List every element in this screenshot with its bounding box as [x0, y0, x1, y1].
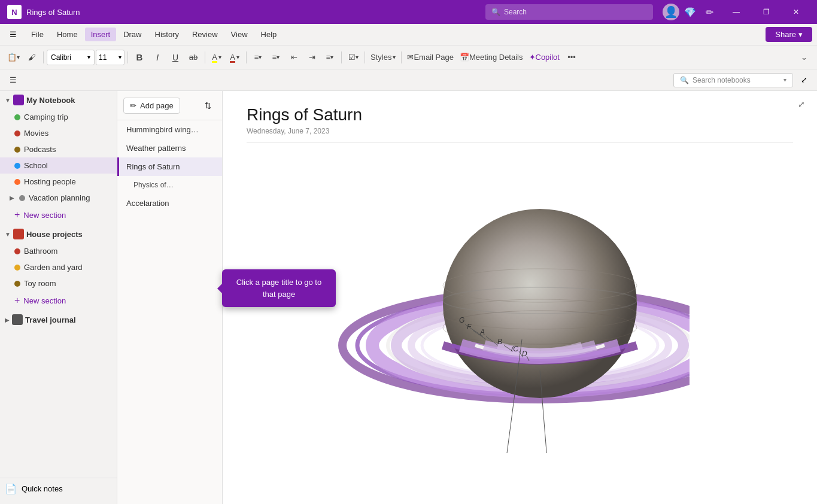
- section-dot-movies: [14, 130, 20, 136]
- toolbar-separator-6: [365, 51, 365, 63]
- underline-button[interactable]: U: [167, 49, 184, 66]
- sidebar-item-garden[interactable]: Garden and yard: [0, 259, 117, 275]
- quick-notes-icon: 📄: [5, 483, 17, 494]
- sidebar-item-school[interactable]: School: [0, 157, 117, 174]
- maximize-button[interactable]: ❐: [752, 0, 780, 24]
- section-dot-camping: [14, 114, 20, 120]
- menu-view[interactable]: View: [225, 28, 254, 41]
- main-area: ▼ My Notebook Camping trip Movies Podcas…: [0, 91, 817, 504]
- calendar-icon: 📅: [460, 53, 469, 62]
- search-icon: 🔍: [491, 8, 500, 16]
- format-painter-icon: 🖌: [28, 53, 36, 62]
- italic-button[interactable]: I: [149, 49, 166, 66]
- font-color-button[interactable]: A ▾: [226, 49, 243, 66]
- increase-indent-button[interactable]: ⇥: [303, 49, 320, 66]
- notebook-icon-my-notebook: [13, 95, 24, 105]
- menu-help[interactable]: Help: [255, 28, 283, 41]
- email-icon: ✉: [407, 53, 414, 62]
- notebook-icon-travel-journal: [12, 314, 23, 325]
- notebook-icon-house-projects: [13, 229, 24, 239]
- sidebar-item-podcasts[interactable]: Podcasts: [0, 141, 117, 157]
- notebook-header-house-projects[interactable]: ▼ House projects: [0, 225, 117, 243]
- svg-text:D: D: [522, 350, 527, 358]
- minimize-button[interactable]: —: [722, 0, 750, 24]
- chevron-icon-travel-journal: ▶: [5, 317, 10, 323]
- task-checkbox-button[interactable]: ☑▾: [345, 49, 362, 66]
- strikethrough-button[interactable]: ab: [185, 49, 202, 66]
- toolbar-separator-5: [341, 51, 342, 63]
- user-avatar[interactable]: 👤: [663, 4, 679, 20]
- sidebar-item-hosting-people[interactable]: Hosting people: [0, 174, 117, 190]
- styles-button[interactable]: Styles ▾: [368, 49, 398, 66]
- format-painter-button[interactable]: 🖌: [23, 49, 40, 66]
- svg-text:F: F: [467, 323, 472, 331]
- page-title: Rings of Saturn: [247, 105, 793, 125]
- page-header: Rings of Saturn Wednesday, June 7, 2023: [223, 91, 817, 148]
- toolbar-expand-button[interactable]: ⌄: [795, 49, 812, 66]
- notebook-header-travel-journal[interactable]: ▶ Travel journal: [0, 311, 117, 329]
- section-dot-school: [14, 163, 20, 169]
- window-controls: — ❐ ✕: [722, 0, 810, 24]
- page-item-weather[interactable]: Weather patterns: [117, 139, 222, 157]
- copilot-button[interactable]: ✦ Copilot: [527, 49, 562, 66]
- close-button[interactable]: ✕: [782, 0, 810, 24]
- numbered-list-button[interactable]: ≡▾: [268, 49, 284, 66]
- font-family-dropdown[interactable]: Calibri ▾: [47, 50, 95, 65]
- sidebar: ▼ My Notebook Camping trip Movies Podcas…: [0, 91, 117, 504]
- expand-page-button[interactable]: ⤢: [793, 96, 810, 113]
- align-button[interactable]: ≡▾: [321, 49, 338, 66]
- page-item-physics[interactable]: Physics of…: [117, 176, 222, 194]
- sidebar-item-camping-trip[interactable]: Camping trip: [0, 109, 117, 125]
- highlight-button[interactable]: A ▾: [208, 49, 225, 66]
- page-item-accelaration[interactable]: Accelaration: [117, 194, 222, 212]
- hamburger-menu-button[interactable]: ☰: [5, 72, 22, 89]
- plus-icon-house-projects: +: [14, 295, 20, 306]
- add-page-button[interactable]: ✏ Add page: [123, 98, 180, 114]
- more-options-button[interactable]: •••: [563, 49, 580, 66]
- quick-notes-button[interactable]: 📄 Quick notes: [0, 478, 117, 499]
- pages-panel: ✏ Add page ⇅ Hummingbird wing… Weather p…: [117, 91, 223, 504]
- expand-view-button[interactable]: ⤢: [795, 72, 812, 89]
- notebook-header-my-notebook[interactable]: ▼ My Notebook: [0, 91, 117, 109]
- email-page-button[interactable]: ✉ Email Page: [405, 49, 455, 66]
- sidebar-item-toy-room[interactable]: Toy room: [0, 275, 117, 292]
- toolbar-separator-3: [205, 51, 205, 63]
- font-size-input[interactable]: 11 ▾: [96, 50, 124, 65]
- gem-icon[interactable]: 💎: [681, 4, 700, 20]
- section-dot-bathroom: [14, 248, 20, 254]
- meeting-details-button[interactable]: 📅 Meeting Details: [457, 49, 526, 66]
- menu-history[interactable]: History: [149, 28, 185, 41]
- chevron-icon-my-notebook: ▼: [5, 97, 11, 104]
- svg-text:G: G: [459, 316, 464, 324]
- toolbar-separator-4: [246, 51, 247, 63]
- sort-pages-button[interactable]: ⇅: [199, 97, 216, 114]
- sidebar-item-movies[interactable]: Movies: [0, 125, 117, 141]
- search-notebooks-input[interactable]: 🔍 Search notebooks ▾: [673, 73, 793, 87]
- page-item-rings-of-saturn[interactable]: Rings of Saturn: [117, 157, 222, 176]
- titlebar-actions: 👤 💎 ✏: [663, 4, 718, 20]
- notebook-name-travel-journal: Travel journal: [25, 315, 112, 324]
- menu-home[interactable]: Home: [51, 28, 84, 41]
- clipboard-button[interactable]: 📋 ▾: [5, 49, 22, 66]
- sidebar-item-vacation-planning[interactable]: ▶ Vacation planning: [0, 190, 117, 206]
- new-section-house-projects[interactable]: + New section: [0, 292, 117, 309]
- bold-button[interactable]: B: [131, 49, 148, 66]
- menu-file[interactable]: File: [25, 28, 50, 41]
- menu-insert[interactable]: Insert: [85, 28, 117, 41]
- decrease-indent-button[interactable]: ⇤: [286, 49, 302, 66]
- panel-toggle-button[interactable]: ☰: [5, 26, 22, 43]
- pen-icon[interactable]: ✏: [701, 4, 718, 20]
- menu-review[interactable]: Review: [186, 28, 224, 41]
- page-item-hummingbird[interactable]: Hummingbird wing…: [117, 120, 222, 139]
- section-dot-toyroom: [14, 281, 20, 287]
- new-section-my-notebook[interactable]: + New section: [0, 206, 117, 224]
- share-button[interactable]: Share ▾: [766, 27, 812, 42]
- title-search-bar[interactable]: 🔍 Search: [485, 4, 653, 20]
- secondary-toolbar: ☰ 🔍 Search notebooks ▾ ⤢: [0, 69, 817, 91]
- tooltip-click-page: Click a page title to go to that page: [222, 269, 336, 307]
- pages-panel-header: ✏ Add page ⇅: [117, 91, 222, 120]
- bullet-list-button[interactable]: ≡▾: [250, 49, 266, 66]
- menu-bar: ☰ File Home Insert Draw History Review V…: [0, 24, 817, 45]
- sidebar-item-bathroom[interactable]: Bathroom: [0, 243, 117, 259]
- menu-draw[interactable]: Draw: [117, 28, 147, 41]
